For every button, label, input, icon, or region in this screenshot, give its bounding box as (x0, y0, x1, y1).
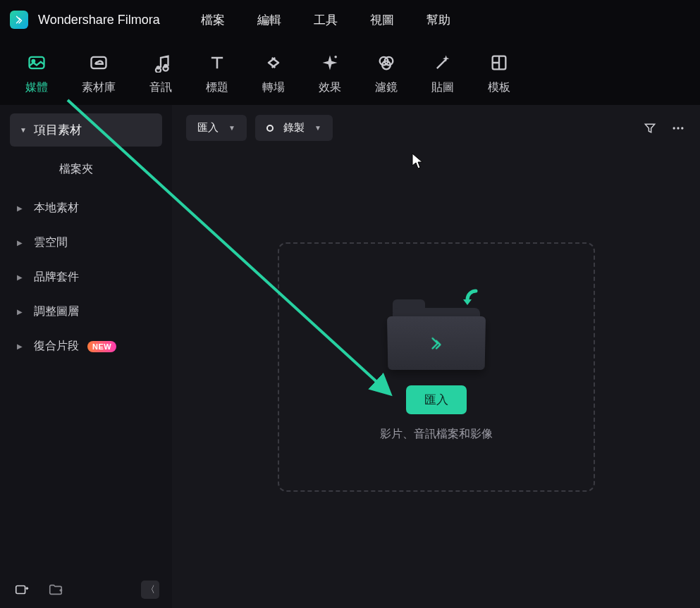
more-options-button[interactable] (670, 120, 686, 136)
sidebar-item-cloud[interactable]: ▶ 雲空間 (10, 225, 162, 260)
sidebar-item-compound-clip[interactable]: ▶ 復合片段 NEW (10, 329, 162, 364)
ribbon-label: 素材庫 (82, 80, 116, 95)
import-button[interactable]: 匯入 (406, 385, 467, 414)
ribbon-label: 標題 (206, 80, 228, 95)
menu-help[interactable]: 幫助 (415, 8, 462, 32)
ribbon-label: 模板 (488, 80, 510, 95)
svg-point-11 (673, 127, 675, 129)
svg-rect-10 (16, 586, 25, 594)
filmora-mark-icon (429, 335, 444, 350)
folder-illustration (387, 292, 486, 370)
ribbon-label: 轉場 (262, 80, 285, 95)
menu-file[interactable]: 檔案 (190, 8, 236, 32)
cloud-icon (88, 52, 109, 73)
ribbon-filters[interactable]: 濾鏡 (375, 52, 398, 95)
download-arrow-icon (456, 288, 481, 314)
ribbon-label: 貼圖 (431, 80, 454, 95)
ribbon-label: 效果 (319, 80, 341, 95)
chevron-left-icon: 〈 (146, 583, 155, 596)
chevron-right-icon: ▶ (17, 342, 25, 350)
svg-point-4 (164, 64, 168, 68)
sidebar-item-label: 雲空間 (34, 235, 68, 250)
new-bin-button[interactable] (13, 581, 31, 599)
sidebar-sub-folder[interactable]: 檔案夾 (10, 154, 162, 185)
ribbon-stock[interactable]: 素材庫 (82, 52, 116, 95)
sidebar-item-adjustment-layer[interactable]: ▶ 調整圖層 (10, 294, 162, 329)
svg-point-5 (334, 56, 337, 58)
venn-icon (376, 52, 397, 73)
record-dropdown-label: 錄製 (283, 121, 305, 135)
main-panel: 匯入 ▼ 錄製 ▼ (172, 105, 700, 608)
chevron-down-icon: ▼ (314, 124, 321, 132)
ribbon-templates[interactable]: 模板 (488, 52, 510, 95)
sidebar-header-label: 項目素材 (34, 122, 82, 138)
chevron-right-icon: ▶ (17, 273, 25, 281)
filter-sort-button[interactable] (642, 120, 658, 136)
dropzone-hint: 影片、音訊檔案和影像 (380, 427, 493, 442)
sidebar-item-label: 品牌套件 (34, 270, 79, 285)
app-logo (10, 11, 28, 29)
ribbon-audio[interactable]: 音訊 (149, 52, 172, 95)
sidebar-item-label: 調整圖層 (34, 304, 79, 319)
chevron-right-icon: ▶ (17, 204, 25, 212)
new-folder-button[interactable] (47, 581, 65, 599)
media-icon (26, 52, 47, 73)
sidebar-item-local[interactable]: ▶ 本地素材 (10, 191, 162, 225)
transition-icon (263, 52, 284, 73)
sidebar: ▼ 項目素材 檔案夾 ▶ 本地素材 ▶ 雲空間 ▶ 品牌套件 ▶ 調整圖層 (0, 105, 172, 608)
collapse-sidebar-button[interactable]: 〈 (141, 581, 159, 599)
body: ▼ 項目素材 檔案夾 ▶ 本地素材 ▶ 雲空間 ▶ 品牌套件 ▶ 調整圖層 (0, 105, 700, 608)
ribbon-transitions[interactable]: 轉場 (262, 52, 285, 95)
app-title: Wondershare Filmora (38, 13, 160, 27)
ribbon-label: 媒體 (25, 80, 48, 95)
record-dropdown[interactable]: 錄製 ▼ (255, 115, 333, 141)
ribbon-media[interactable]: 媒體 (25, 52, 48, 95)
chevron-down-icon: ▼ (20, 126, 27, 134)
ribbon-titles[interactable]: 標題 (206, 52, 228, 95)
ribbon-effects[interactable]: 效果 (319, 52, 341, 95)
import-dropdown-label: 匯入 (197, 121, 219, 135)
import-button-label: 匯入 (424, 393, 448, 407)
chevron-right-icon: ▶ (17, 308, 25, 316)
chevron-right-icon: ▶ (17, 239, 25, 247)
wand-icon (432, 52, 453, 73)
ribbon-label: 音訊 (149, 80, 172, 95)
svg-point-3 (156, 66, 161, 70)
ribbon: 媒體 素材庫 音訊 標題 轉場 效果 濾鏡 (0, 39, 700, 105)
sidebar-item-label: 復合片段 (34, 339, 79, 354)
new-badge: NEW (87, 341, 116, 352)
menu-tools[interactable]: 工具 (302, 8, 349, 32)
sidebar-item-label: 本地素材 (34, 201, 79, 216)
music-note-icon (150, 52, 171, 73)
ribbon-stickers[interactable]: 貼圖 (431, 52, 454, 95)
menu-edit[interactable]: 編輯 (246, 8, 293, 32)
import-dropzone[interactable]: 匯入 影片、音訊檔案和影像 (278, 242, 595, 492)
record-icon (266, 125, 274, 132)
chevron-down-icon: ▼ (228, 124, 235, 132)
import-dropdown[interactable]: 匯入 ▼ (186, 115, 247, 141)
ribbon-label: 濾鏡 (375, 80, 398, 95)
main-toolbar: 匯入 ▼ 錄製 ▼ (172, 105, 700, 151)
menu-view[interactable]: 視圖 (359, 8, 405, 32)
sidebar-header-project-media[interactable]: ▼ 項目素材 (10, 113, 162, 147)
svg-point-13 (681, 127, 683, 129)
sparkle-icon (319, 52, 340, 73)
sidebar-footer: 〈 (0, 571, 172, 608)
svg-point-12 (677, 127, 679, 129)
sidebar-item-brand-kit[interactable]: ▶ 品牌套件 (10, 260, 162, 294)
menubar: Wondershare Filmora 檔案 編輯 工具 視圖 幫助 (0, 0, 700, 39)
svg-rect-2 (92, 57, 106, 68)
layout-icon (489, 52, 510, 73)
text-icon (207, 52, 228, 73)
